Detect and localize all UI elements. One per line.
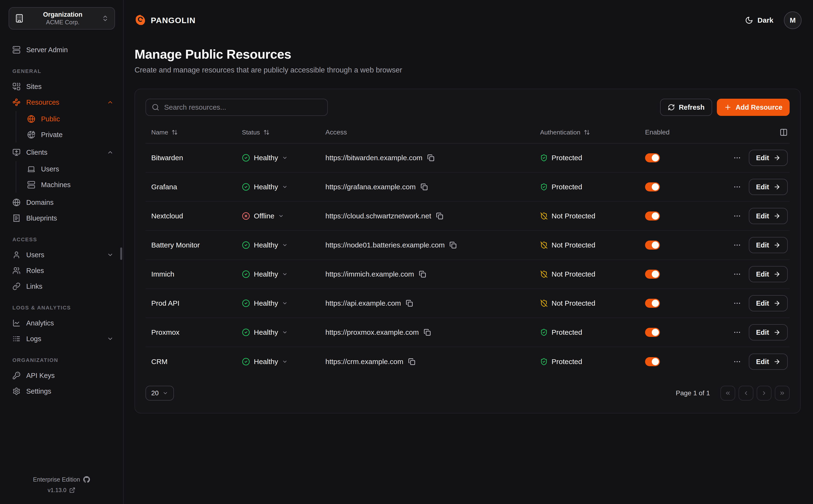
user-icon [12,251,21,259]
edit-button[interactable]: Edit [749,266,788,282]
sidebar-item-clients[interactable]: Clients [0,144,123,160]
plus-icon [724,103,732,111]
enabled-toggle[interactable] [645,153,660,162]
org-switcher[interactable]: Organization ACME Corp. [9,7,115,30]
status-dropdown[interactable]: Offline [242,212,284,220]
enabled-toggle[interactable] [645,357,660,366]
github-icon[interactable] [83,476,90,483]
copy-url-button[interactable] [424,329,431,336]
row-menu-button[interactable] [733,328,741,336]
edit-button[interactable]: Edit [749,208,788,224]
sidebar-item-sites[interactable]: Sites [0,79,123,94]
edit-button[interactable]: Edit [749,354,788,370]
edit-button[interactable]: Edit [749,324,788,340]
section-label-general: GENERAL [0,68,123,74]
last-page-button[interactable] [775,386,790,401]
first-page-button[interactable] [720,386,735,401]
page-size-select[interactable]: 20 [145,386,174,401]
sidebar-item-machines[interactable]: Machines [16,177,123,193]
table-row: Battery Monitor Healthy https://node01.b… [145,231,790,260]
table-row: Bitwarden Healthy https://bitwarden.exam… [145,144,790,173]
chevron-down-icon [278,213,284,219]
row-menu-button[interactable] [733,241,741,249]
copy-url-button[interactable] [436,212,443,220]
refresh-button[interactable]: Refresh [660,99,712,116]
sidebar-item-client-users[interactable]: Users [16,161,123,177]
status-dropdown[interactable]: Healthy [242,183,288,191]
copy-url-button[interactable] [406,300,413,307]
sidebar-item-logs[interactable]: Logs [0,331,123,347]
column-settings-button[interactable] [780,128,788,136]
copy-url-button[interactable] [419,271,426,278]
sidebar-item-api-keys[interactable]: API Keys [0,368,123,383]
sidebar-item-blueprints[interactable]: Blueprints [0,210,123,226]
sidebar-item-roles[interactable]: Roles [0,263,123,278]
status-dropdown[interactable]: Healthy [242,154,288,162]
sidebar-item-server-admin[interactable]: Server Admin [0,42,123,58]
resource-name: Grafana [151,183,242,191]
edit-button[interactable]: Edit [749,179,788,195]
column-header-name[interactable]: Name [151,129,242,136]
sidebar-scrollbar-thumb[interactable] [120,247,122,260]
sidebar-item-links[interactable]: Links [0,278,123,294]
sidebar-item-private[interactable]: Private [16,127,123,143]
previous-page-button[interactable] [739,386,753,401]
chevron-down-icon [162,390,168,396]
enabled-toggle[interactable] [645,241,660,250]
column-header-authentication[interactable]: Authentication [540,129,645,136]
avatar[interactable]: M [784,11,802,29]
status-dropdown[interactable]: Healthy [242,328,288,336]
resource-name: Bitwarden [151,154,242,162]
moon-icon [745,16,753,24]
arrow-right-icon [773,271,781,278]
row-menu-button[interactable] [733,270,741,278]
main-content: PANGOLIN Dark M Manage Public Resources … [124,0,813,504]
arrow-right-icon [773,358,781,365]
page-header: Manage Public Resources Create and manag… [124,29,813,74]
chevron-down-icon [282,300,288,306]
enabled-toggle[interactable] [645,182,660,191]
sidebar-item-users[interactable]: Users [0,247,123,263]
edit-button[interactable]: Edit [749,237,788,253]
table-row: Grafana Healthy https://grafana.example.… [145,173,790,202]
enabled-toggle[interactable] [645,270,660,279]
copy-url-button[interactable] [450,242,457,249]
row-menu-button[interactable] [733,358,741,366]
copy-url-button[interactable] [427,154,435,161]
copy-url-button[interactable] [408,358,415,365]
status-dropdown[interactable]: Healthy [242,299,288,307]
add-resource-button[interactable]: Add Resource [717,99,790,116]
row-menu-button[interactable] [733,154,741,162]
status-dropdown[interactable]: Healthy [242,358,288,366]
page-subtitle: Create and manage resources that are pub… [134,66,802,74]
copy-url-button[interactable] [421,183,428,190]
enabled-toggle[interactable] [645,299,660,308]
sidebar-item-domains[interactable]: Domains [0,195,123,210]
circle-check-icon [242,299,250,307]
shield-off-icon [540,299,548,307]
row-menu-button[interactable] [733,212,741,220]
enabled-toggle[interactable] [645,328,660,337]
next-page-button[interactable] [757,386,772,401]
sidebar-nav: Server Admin GENERAL Sites Resources Pub… [0,42,123,399]
sidebar-item-public[interactable]: Public [16,111,123,127]
edit-button[interactable]: Edit [749,150,788,166]
pagination: 20 Page 1 of 1 [145,386,790,401]
chevron-down-icon [282,329,288,335]
column-header-status[interactable]: Status [242,129,325,136]
brand[interactable]: PANGOLIN [134,14,196,26]
theme-toggle-button[interactable]: Dark [745,16,773,24]
row-menu-button[interactable] [733,183,741,191]
external-link-icon[interactable] [69,487,75,493]
edit-button[interactable]: Edit [749,295,788,311]
sidebar-item-settings[interactable]: Settings [0,383,123,399]
sidebar-item-resources[interactable]: Resources [0,94,123,110]
chevron-down-icon [282,359,288,365]
sidebar-item-analytics[interactable]: Analytics [0,315,123,331]
search-input[interactable] [164,103,321,111]
status-dropdown[interactable]: Healthy [242,270,288,278]
column-header-access: Access [325,129,540,136]
enabled-toggle[interactable] [645,211,660,221]
status-dropdown[interactable]: Healthy [242,241,288,249]
row-menu-button[interactable] [733,299,741,307]
